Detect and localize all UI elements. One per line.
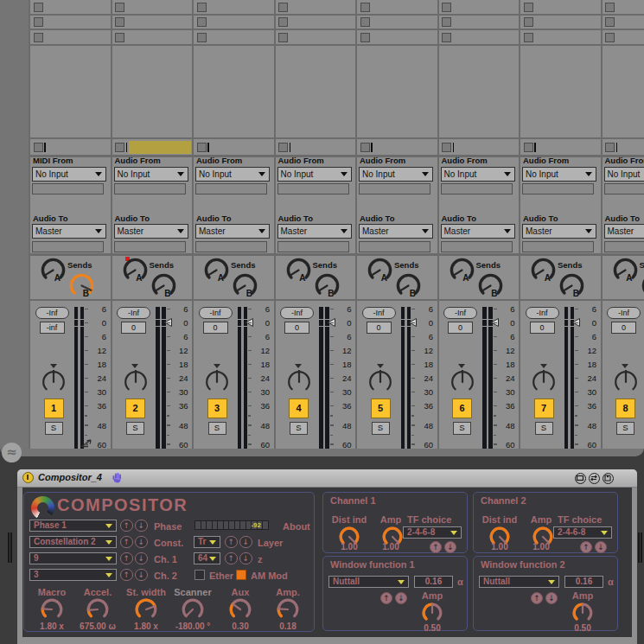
solo-button[interactable]: S bbox=[372, 422, 390, 435]
device-title-bar[interactable]: Compositor_4 bbox=[17, 469, 637, 488]
input-channel-box[interactable] bbox=[359, 183, 430, 194]
crossfade-section-toggle[interactable]: ≈ bbox=[2, 443, 22, 462]
output-select[interactable]: Master bbox=[114, 224, 188, 239]
device-view-left-handle[interactable] bbox=[8, 532, 13, 563]
input-channel-box[interactable] bbox=[522, 183, 594, 194]
layer-down-button[interactable]: ↓ bbox=[239, 536, 252, 549]
send-a-knob[interactable]: A bbox=[203, 257, 230, 284]
tf-down-button[interactable]: ↓ bbox=[595, 541, 607, 553]
send-a-knob[interactable]: A bbox=[122, 257, 149, 284]
alpha-value-box[interactable]: 0.16 bbox=[564, 576, 603, 589]
pan-knob[interactable] bbox=[287, 370, 311, 394]
clip-stop-button[interactable] bbox=[524, 33, 533, 42]
output-channel-box[interactable] bbox=[359, 241, 430, 252]
volume-value-box[interactable]: 0 bbox=[611, 322, 636, 334]
window-function-select[interactable]: Nuttall bbox=[328, 576, 409, 589]
input-channel-box[interactable] bbox=[277, 183, 349, 194]
send-b-knob[interactable]: B bbox=[558, 272, 585, 299]
clip-stop-button[interactable] bbox=[442, 17, 451, 27]
accel-value[interactable]: 675.00 ω bbox=[73, 622, 122, 631]
wf-down-button[interactable]: ↓ bbox=[395, 592, 407, 604]
tf-choice-select[interactable]: 2-4-6-8 bbox=[403, 526, 462, 539]
output-select[interactable]: Master bbox=[32, 224, 106, 239]
amp-knob[interactable] bbox=[276, 597, 300, 622]
input-select[interactable]: No Input bbox=[114, 167, 188, 182]
macro-knob[interactable] bbox=[40, 597, 64, 622]
solo-button[interactable]: S bbox=[45, 422, 63, 435]
send-a-knob[interactable]: A bbox=[612, 257, 639, 284]
pan-knob[interactable] bbox=[368, 370, 392, 394]
send-a-knob[interactable]: A bbox=[367, 257, 393, 284]
track-stop-button[interactable] bbox=[278, 143, 288, 152]
selected-scene-slot[interactable] bbox=[129, 141, 191, 154]
track-stop-button[interactable] bbox=[34, 143, 43, 152]
about-link[interactable]: About bbox=[283, 521, 310, 532]
solo-button[interactable]: S bbox=[616, 422, 634, 435]
st-width-value[interactable]: 1.80 x bbox=[122, 622, 170, 631]
clip-stop-button[interactable] bbox=[605, 3, 615, 12]
clip-stop-button[interactable] bbox=[197, 17, 207, 27]
pan-knob[interactable] bbox=[205, 370, 229, 394]
input-select[interactable]: No Input bbox=[32, 167, 106, 182]
show-banks-button[interactable] bbox=[575, 473, 586, 484]
track-stop-button[interactable] bbox=[360, 143, 370, 152]
track-activator-button[interactable]: 4 bbox=[289, 399, 309, 418]
volume-value-box[interactable]: 0 bbox=[367, 322, 392, 334]
clip-stop-button[interactable] bbox=[278, 17, 288, 27]
track-activator-button[interactable]: 2 bbox=[125, 399, 145, 418]
output-select[interactable]: Master bbox=[441, 224, 515, 239]
tf-down-button[interactable]: ↓ bbox=[444, 541, 456, 553]
track-activator-button[interactable]: 6 bbox=[452, 399, 472, 418]
save-preset-button[interactable] bbox=[603, 473, 614, 484]
tf-choice-select[interactable]: 2-4-6-8 bbox=[553, 526, 612, 539]
peak-level-display[interactable]: -Inf bbox=[607, 307, 641, 319]
amp-value[interactable]: 0.18 bbox=[264, 622, 312, 631]
clip-stop-button[interactable] bbox=[115, 33, 124, 42]
send-a-knob[interactable]: A bbox=[530, 257, 557, 284]
wf-up-button[interactable]: ↑ bbox=[531, 592, 543, 604]
window-function-select[interactable]: Nuttall bbox=[479, 576, 559, 589]
ch2-up-button[interactable]: ↑ bbox=[120, 569, 133, 582]
layer-select[interactable]: Tr bbox=[194, 536, 220, 549]
dist-ind-value[interactable]: 1.00 bbox=[475, 542, 524, 552]
peak-level-display[interactable]: -Inf bbox=[199, 307, 233, 319]
output-channel-box[interactable] bbox=[522, 241, 594, 252]
send-b-knob[interactable]: B bbox=[641, 272, 644, 299]
pan-knob[interactable] bbox=[450, 370, 475, 394]
phase-down-button[interactable]: ↓ bbox=[135, 520, 148, 532]
wf-down-button[interactable]: ↓ bbox=[545, 592, 558, 604]
send-b-knob[interactable]: B bbox=[477, 272, 504, 299]
send-b-knob[interactable]: B bbox=[232, 272, 258, 299]
tf-up-button[interactable]: ↑ bbox=[430, 541, 442, 553]
pan-knob[interactable] bbox=[532, 370, 556, 394]
aux-knob[interactable] bbox=[228, 597, 252, 622]
volume-value-box[interactable]: 0 bbox=[203, 322, 228, 334]
peak-level-display[interactable]: -Inf bbox=[280, 307, 314, 319]
clip-stop-button[interactable] bbox=[360, 33, 370, 42]
clip-stop-button[interactable] bbox=[605, 17, 615, 27]
wf-amp-value[interactable]: 0.50 bbox=[411, 623, 454, 633]
channel-amp-value[interactable]: 1.00 bbox=[522, 542, 560, 552]
track-activator-button[interactable]: 8 bbox=[615, 399, 635, 418]
solo-button[interactable]: S bbox=[208, 422, 226, 435]
wf-up-button[interactable]: ↑ bbox=[380, 592, 392, 604]
tf-up-button[interactable]: ↑ bbox=[580, 541, 592, 553]
scanner-knob[interactable] bbox=[181, 597, 205, 622]
am-mod-toggle[interactable] bbox=[236, 570, 246, 580]
ch2-down-button[interactable]: ↓ bbox=[135, 569, 148, 582]
clip-stop-button[interactable] bbox=[197, 3, 207, 12]
track-stop-button[interactable] bbox=[605, 143, 615, 152]
constellation-select[interactable]: Constellation 2 bbox=[29, 536, 117, 549]
track-stop-button[interactable] bbox=[524, 143, 533, 152]
clip-stop-button[interactable] bbox=[524, 17, 533, 27]
peak-level-display[interactable]: -Inf bbox=[117, 307, 150, 319]
input-channel-box[interactable] bbox=[604, 183, 644, 194]
clip-stop-button[interactable] bbox=[115, 3, 124, 12]
ch1-up-button[interactable]: ↑ bbox=[120, 552, 133, 565]
output-select[interactable]: Master bbox=[522, 224, 596, 239]
z-up-button[interactable]: ↑ bbox=[225, 552, 238, 565]
output-channel-box[interactable] bbox=[195, 241, 267, 252]
send-a-knob[interactable]: A bbox=[449, 257, 475, 284]
input-select[interactable]: No Input bbox=[277, 167, 352, 182]
pan-knob[interactable] bbox=[614, 370, 638, 394]
